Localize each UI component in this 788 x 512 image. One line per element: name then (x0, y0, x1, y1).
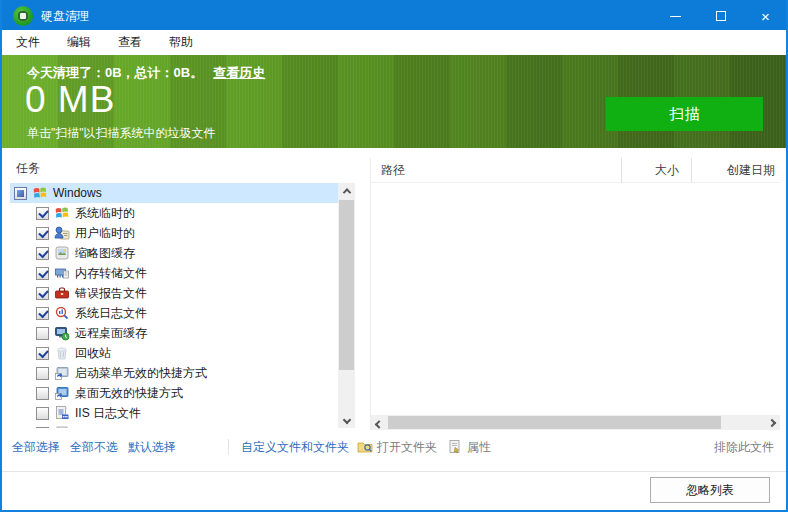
results-panel: 路径 大小 创建日期 (370, 158, 780, 430)
tree-item[interactable]: 用户临时的 (10, 223, 338, 243)
footer-toolbar: 全部选择 全部不选 默认选择 自定义文件和文件夹 打开文件夹 属性 排除此文件 (2, 435, 786, 459)
scroll-left-button[interactable] (371, 415, 387, 430)
window-title: 硬盘清理 (41, 8, 89, 25)
shortcut-icon (54, 365, 70, 381)
close-icon: × (761, 9, 770, 24)
checkbox[interactable] (36, 427, 49, 429)
menu-bar: 文件 编辑 查看 帮助 (2, 30, 786, 55)
maximize-button[interactable] (698, 0, 743, 32)
tree-item[interactable]: 缩略图缓存 (10, 243, 338, 263)
tree-item[interactable]: IIS 日志文件 (10, 403, 338, 423)
checkbox[interactable] (36, 407, 49, 420)
results-horizontal-scrollbar[interactable] (371, 415, 780, 430)
results-header: 路径 大小 创建日期 (371, 158, 780, 183)
tree-item[interactable]: 内存转储文件 (10, 263, 338, 283)
custom-files-link[interactable]: 自定义文件和文件夹 (241, 439, 349, 456)
tree-item[interactable]: 桌面无效的快捷方式 (10, 383, 338, 403)
checkbox[interactable] (36, 327, 49, 340)
open-folder-label: 打开文件夹 (377, 439, 437, 456)
tree-item-label: 桌面无效的快捷方式 (75, 385, 183, 402)
windows-flag-icon (54, 205, 70, 221)
column-size[interactable]: 大小 (621, 158, 685, 183)
scan-hint: 单击"扫描"以扫描系统中的垃圾文件 (27, 125, 216, 142)
stats-text: 今天清理了：0B，总计：0B。 (27, 65, 203, 80)
thumbnail-icon (54, 245, 70, 261)
recycle-bin-icon (54, 345, 70, 361)
tree-item[interactable]: 回收站 (10, 343, 338, 363)
scroll-down-button[interactable] (338, 412, 355, 428)
folder-search-icon (357, 439, 373, 455)
hscrollbar-thumb[interactable] (388, 416, 721, 429)
remote-desktop-icon (54, 325, 70, 341)
view-history-link[interactable]: 查看历史 (213, 65, 265, 80)
ignore-list-button[interactable]: 忽略列表 (650, 477, 770, 503)
select-all-link[interactable]: 全部选择 (12, 439, 60, 456)
tree-item[interactable]: Windows (10, 183, 338, 203)
scan-button[interactable]: 扫描 (606, 97, 763, 131)
tree-item[interactable] (10, 423, 338, 428)
select-default-link[interactable]: 默认选择 (128, 439, 176, 456)
tree-item-label: 系统日志文件 (75, 305, 147, 322)
shortcut-blue-icon (54, 385, 70, 401)
checkbox[interactable] (36, 227, 49, 240)
results-list (371, 183, 780, 415)
toolbox-icon (54, 285, 70, 301)
generic-file-icon (54, 425, 70, 428)
summary-banner: 今天清理了：0B，总计：0B。查看历史 0 MB 单击"扫描"以扫描系统中的垃圾… (2, 55, 786, 148)
checkbox[interactable] (14, 187, 27, 200)
checkbox[interactable] (36, 287, 49, 300)
checkbox[interactable] (36, 347, 49, 360)
tree-item[interactable]: 系统日志文件 (10, 303, 338, 323)
properties-icon (447, 439, 463, 455)
tree-vertical-scrollbar[interactable] (338, 183, 355, 428)
exclude-file-link[interactable]: 排除此文件 (714, 439, 774, 456)
checkbox[interactable] (36, 367, 49, 380)
bottom-divider (2, 471, 786, 472)
checkbox[interactable] (36, 387, 49, 400)
memory-icon (54, 265, 70, 281)
tree-item-label: 用户临时的 (75, 225, 135, 242)
maximize-icon (716, 11, 726, 21)
tree-item-label: 错误报告文件 (75, 285, 147, 302)
tree-item[interactable]: 启动菜单无效的快捷方式 (10, 363, 338, 383)
open-folder-action[interactable]: 打开文件夹 (357, 439, 437, 456)
checkbox[interactable] (36, 207, 49, 220)
column-path[interactable]: 路径 (381, 158, 405, 183)
checkbox[interactable] (36, 267, 49, 280)
user-icon (54, 225, 70, 241)
scrollbar-thumb[interactable] (339, 200, 354, 370)
system-log-icon (54, 305, 70, 321)
select-none-link[interactable]: 全部不选 (70, 439, 118, 456)
cleaned-size: 0 MB (25, 79, 115, 121)
menu-view[interactable]: 查看 (108, 30, 152, 55)
column-created-date[interactable]: 创建日期 (691, 158, 777, 183)
checkbox[interactable] (36, 307, 49, 320)
tree-item[interactable]: 错误报告文件 (10, 283, 338, 303)
tree-item-label: IIS 日志文件 (75, 405, 141, 422)
menu-edit[interactable]: 编辑 (57, 30, 101, 55)
chevron-left-icon (375, 420, 383, 428)
tree-item-label: 远程桌面缓存 (75, 325, 147, 342)
properties-label: 属性 (467, 439, 491, 456)
tree-item-label: Windows (53, 186, 102, 200)
tree-item-label: 回收站 (75, 345, 111, 362)
chevron-right-icon (768, 418, 776, 426)
task-tree: Windows系统临时的用户临时的缩略图缓存内存转储文件错误报告文件系统日志文件… (10, 183, 355, 428)
iis-log-icon (54, 405, 70, 421)
properties-action[interactable]: 属性 (447, 439, 491, 456)
menu-help[interactable]: 帮助 (159, 30, 203, 55)
app-window: 硬盘清理 × 文件 编辑 查看 帮助 今天清理了：0B，总计：0B。查看历史 0… (0, 0, 788, 512)
tree-item-label: 内存转储文件 (75, 265, 147, 282)
chevron-up-icon (342, 188, 350, 196)
minimize-button[interactable] (653, 0, 698, 32)
chevron-down-icon (342, 416, 350, 424)
close-button[interactable]: × (743, 0, 788, 32)
tree-item[interactable]: 远程桌面缓存 (10, 323, 338, 343)
windows-flag-icon (32, 185, 48, 201)
scroll-up-button[interactable] (338, 183, 355, 199)
scroll-right-button[interactable] (764, 415, 780, 430)
menu-file[interactable]: 文件 (6, 30, 50, 55)
tree-item[interactable]: 系统临时的 (10, 203, 338, 223)
checkbox[interactable] (36, 247, 49, 260)
tree-item-label: 启动菜单无效的快捷方式 (75, 365, 207, 382)
